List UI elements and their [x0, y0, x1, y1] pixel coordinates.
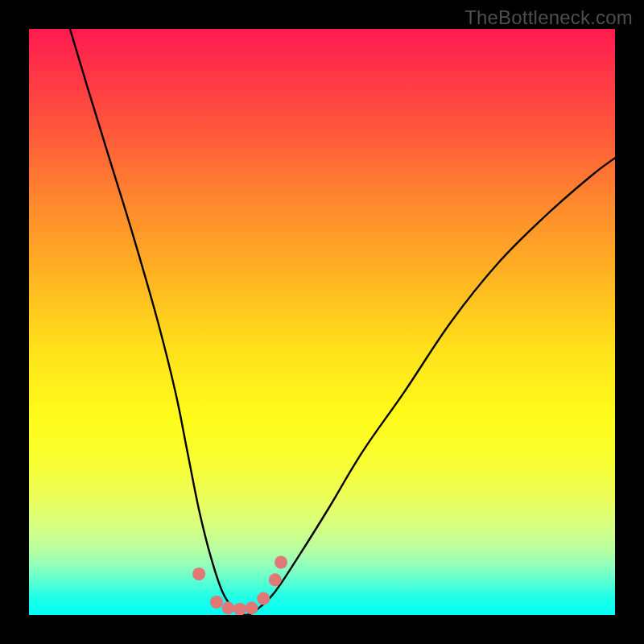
highlight-dot [192, 568, 205, 580]
highlight-dot [246, 601, 258, 614]
bottleneck-curve [70, 29, 615, 615]
highlight-dot [257, 592, 270, 605]
highlight-dot [210, 596, 223, 609]
highlight-dot [275, 556, 287, 569]
highlight-dot [269, 573, 282, 586]
chart-stage: TheBottleneck.com [0, 0, 644, 644]
watermark-text: TheBottleneck.com [464, 6, 633, 29]
highlight-dot [222, 601, 235, 614]
plot-area [29, 29, 615, 615]
highlight-dot [233, 603, 246, 615]
chart-svg [29, 29, 615, 615]
highlight-dots [192, 556, 287, 616]
